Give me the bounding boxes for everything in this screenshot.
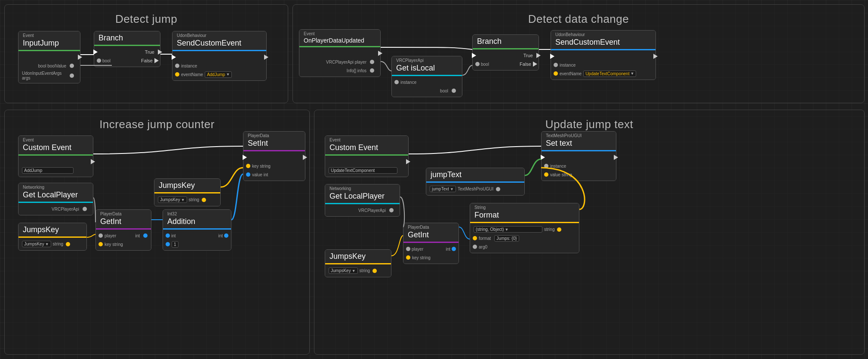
- sce-dd-type: UdonBehaviour: [555, 32, 651, 37]
- node-getislocal: VRCPlayerApi Get isLocal instance bool: [391, 56, 462, 97]
- sce-dj-exec-in: [172, 55, 176, 60]
- sce-dd-exec-out: [653, 54, 658, 59]
- glp-uj-title: Get LocalPlayer: [329, 191, 395, 201]
- ce-addj-name-input[interactable]: AddJump: [22, 167, 74, 174]
- node-jumpskey-ij-bl: JumpsKey JumpsKey ▼ string: [18, 223, 87, 251]
- settext-type: TextMeshProUGUI: [546, 133, 612, 138]
- ce-utc-type: Event: [329, 138, 404, 143]
- jumpskey-ij-bl-input[interactable]: JumpsKey ▼: [22, 241, 51, 247]
- ce-addj-exec-out: [91, 159, 95, 164]
- jumptext-var-input[interactable]: jumpText ▼: [430, 186, 456, 192]
- node-setint: PlayerData SetInt key string value int: [243, 131, 305, 181]
- node-onplayerdataupdated: Event OnPlayerDataUpdated VRCPlayerApi p…: [299, 29, 381, 77]
- setint-exec-in: [243, 155, 247, 160]
- sce-dd-exec-in: [550, 54, 554, 59]
- ce-utc-name-input[interactable]: UpdateTextComponent: [329, 167, 397, 174]
- sendcustomevent-dj-type: UdonBehaviour: [177, 33, 262, 38]
- node-jumpskey-uj: JumpsKey JumpsKey ▼ string: [325, 249, 391, 277]
- node-settext: TextMeshProUGUI Set text instance value …: [541, 131, 616, 181]
- node-jumpskey-const-ij: JumpsKey JumpsKey ▼ string: [154, 178, 221, 206]
- settext-exec-out: [614, 155, 618, 160]
- sendcustomevent-dj-title: SendCustomEvent: [177, 38, 262, 48]
- ce-addj-title: Custom Event: [23, 143, 89, 153]
- sce-dd-eventname-input[interactable]: UpdateTextComponent ▼: [583, 71, 636, 77]
- setint-title: SetInt: [248, 138, 301, 148]
- getint-ij-title: GetInt: [100, 217, 147, 227]
- setint-exec-out: [303, 155, 307, 160]
- sce-dj-eventname-input[interactable]: AddJump ▼: [205, 71, 232, 78]
- addition-ij-title: Addition: [167, 217, 227, 227]
- node-inputjump: Event InputJump bool boolValue UdonInput…: [18, 31, 80, 83]
- node-jumptext-var: jumpText jumpText ▼ TextMeshProUGUI: [426, 168, 525, 196]
- sce-dj-exec-out: [264, 55, 268, 60]
- stringformat-title: Format: [474, 210, 575, 220]
- addition-ij-type: Int32: [167, 212, 227, 217]
- branch-dd-false-out: [533, 61, 537, 67]
- ce-utc-exec-out: [406, 159, 410, 164]
- opdu-title: OnPlayerDataUpdated: [304, 37, 376, 44]
- jumpskey-uj-title: JumpsKey: [329, 252, 387, 261]
- glp-uj-type: Networking: [329, 186, 395, 191]
- branch-dj-exec-in: [93, 49, 98, 55]
- sce-dd-title: SendCustomEvent: [555, 37, 651, 47]
- section-title-detect-data: Detect data change: [528, 12, 629, 26]
- stringformat-dropdown[interactable]: (string, Object) ▼: [474, 226, 542, 233]
- stringformat-format-val: Jumps: {0}: [494, 235, 519, 242]
- settext-exec-in: [541, 155, 545, 160]
- inputjump-exec-out: [78, 55, 82, 60]
- stringformat-type: String: [474, 205, 575, 210]
- setint-type: PlayerData: [248, 133, 301, 138]
- getislocal-type: VRCPlayerApi: [396, 58, 458, 63]
- node-string-format: String Format (string, Object) ▼ string …: [470, 203, 579, 253]
- jumpskey-const-ij-input[interactable]: JumpsKey ▼: [158, 196, 187, 203]
- section-title-detect-jump: Detect jump: [115, 12, 177, 26]
- ce-addj-type: Event: [23, 138, 89, 143]
- branch-dd-true-out: [536, 53, 541, 58]
- branch-dj-false-out: [154, 58, 159, 63]
- glp-ij-title: Get LocalPlayer: [23, 190, 89, 200]
- branch-dd-title: Branch: [477, 37, 534, 46]
- addition-val-input[interactable]: 1: [172, 241, 179, 248]
- node-getlocalplayer-ij: Networking Get LocalPlayer VRCPlayerApi: [18, 183, 93, 215]
- section-title-update-jump: Update jump text: [545, 118, 634, 131]
- node-getlocalplayer-uj: Networking Get LocalPlayer VRCPlayerApi: [325, 184, 400, 217]
- node-getint-uj: PlayerData GetInt player int key string: [403, 223, 459, 264]
- node-sendcustomevent-dd: UdonBehaviour SendCustomEvent instance e…: [551, 30, 656, 80]
- jumpskey-uj-input[interactable]: JumpsKey ▼: [329, 267, 358, 274]
- inputjump-title: InputJump: [23, 38, 76, 48]
- settext-title: Set text: [546, 138, 612, 148]
- node-customevent-utc: Event Custom Event UpdateTextComponent: [325, 135, 409, 177]
- glp-ij-type: Networking: [23, 185, 89, 190]
- node-branch-dd: Branch True bool False: [472, 34, 539, 71]
- jumpskey-const-ij-title: JumpsKey: [159, 181, 216, 190]
- ce-utc-title: Custom Event: [329, 143, 404, 153]
- node-addition-ij: Int32 Addition int int 1: [163, 209, 231, 251]
- jumpskey-ij-bl-title: JumpsKey: [23, 225, 82, 235]
- inputjump-type: Event: [23, 33, 76, 38]
- getint-ij-type: PlayerData: [100, 212, 147, 217]
- getint-uj-type: PlayerData: [408, 225, 454, 230]
- jumptext-var-title: jumpText: [431, 170, 520, 180]
- node-branch-dj: Branch True bool False: [94, 31, 160, 67]
- node-getint-ij: PlayerData GetInt player int key string: [95, 209, 151, 251]
- branch-dj-true-out: [158, 49, 162, 55]
- node-sendcustomevent-dj: UdonBehaviour SendCustomEvent instance e…: [172, 31, 267, 81]
- branch-dj-title: Branch: [98, 33, 156, 43]
- branch-dd-exec-in: [472, 53, 476, 58]
- getislocal-title: Get isLocal: [396, 63, 458, 73]
- opdu-type: Event: [304, 31, 376, 37]
- section-title-increase-jump: Increase jump counter: [99, 118, 215, 131]
- node-customevent-addj: Event Custom Event AddJump: [18, 135, 93, 177]
- opdu-exec-out: [378, 51, 382, 56]
- getint-uj-title: GetInt: [408, 230, 454, 240]
